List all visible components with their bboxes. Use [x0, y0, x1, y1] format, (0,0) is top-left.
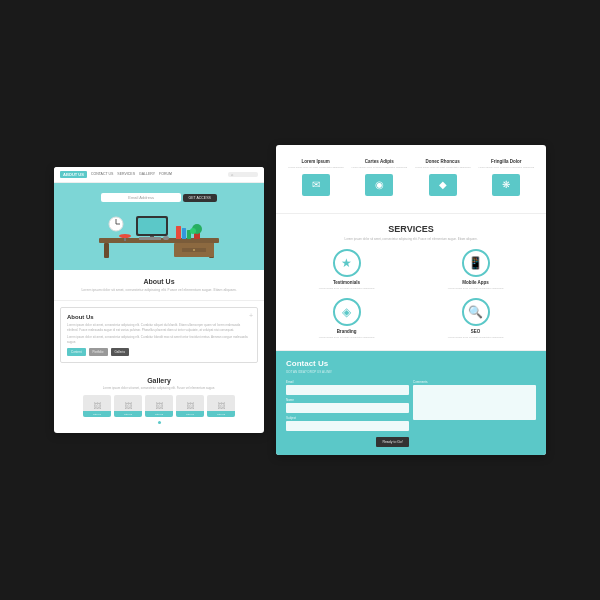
branding-icon: ◈: [342, 305, 351, 319]
nav-link-gallery[interactable]: GALLERY: [139, 172, 155, 176]
service-name-1: Mobile Apps: [415, 280, 536, 285]
service-desc-2: Lorem ipsum dolor sit amet consectetur a…: [286, 336, 407, 340]
services-subtitle: Lorem ipsum dolor sit amet, consectetur …: [286, 237, 536, 241]
name-label: Name: [286, 398, 409, 402]
gallery-item[interactable]: 🖼 Title 04: [176, 395, 204, 417]
feature-card-3: Fringilla Dolor Lorem ipsum dolor sit am…: [475, 155, 539, 203]
service-item-0: ★ Testimonials Lorem ipsum dolor sit ame…: [286, 249, 407, 291]
gallery-item[interactable]: 🖼 Title 02: [114, 395, 142, 417]
gallery-item[interactable]: 🖼 Title 03: [145, 395, 173, 417]
nav-logo: ABOUT US: [60, 171, 87, 178]
gallery-title: Gallery: [60, 377, 258, 384]
gallery-item-bar: Title 05: [207, 411, 235, 417]
mobile-apps-icon: 📱: [468, 256, 483, 270]
about-subtitle: Lorem ipsum dolor sit amet, consectetur …: [64, 288, 254, 293]
feature-icon-box-2: ◆: [429, 174, 457, 196]
service-item-3: 🔍 SEO Lorem ipsum dolor sit amet consect…: [415, 298, 536, 340]
nav-links: CONTACT US SERVICES GALLERY FORUM: [91, 172, 224, 176]
seo-icon: 🔍: [468, 305, 483, 319]
get-access-button[interactable]: GET ACCESS: [183, 194, 217, 202]
gallery-item-bar: Title 03: [145, 411, 173, 417]
gallery-item-label: Title 02: [124, 413, 132, 416]
email-input[interactable]: Email Address: [101, 193, 181, 202]
services-section: SERVICES Lorem ipsum dolor sit amet, con…: [276, 214, 546, 351]
about-box: + About Us Lorem ipsum dolor sit amet, c…: [60, 307, 258, 363]
gallery-item-icon: 🖼: [186, 402, 194, 411]
feature-card-text-0: Lorem ipsum dolor sit amet consectetur a…: [286, 166, 346, 170]
gallery-item-icon: 🖼: [124, 402, 132, 411]
svg-rect-18: [139, 237, 161, 240]
galleria-button[interactable]: Galleria: [111, 348, 129, 356]
feature-card-text-3: Lorem ipsum dolor sit amet consectetur a…: [477, 166, 537, 170]
portfolio-button[interactable]: Portfolio: [89, 348, 108, 356]
gallery-item-icon: 🖼: [217, 402, 225, 411]
feature-icon-0: ✉: [312, 179, 320, 190]
about-heading-section: About Us Lorem ipsum dolor sit amet, con…: [54, 270, 264, 302]
nav-link-forum[interactable]: FORUM: [159, 172, 172, 176]
svg-point-17: [119, 234, 131, 238]
service-circle-2: ◈: [333, 298, 361, 326]
gallery-item-bar: Title 02: [114, 411, 142, 417]
hero-section: Email Address GET ACCESS: [54, 183, 264, 270]
comments-label: Comments: [413, 380, 536, 384]
gallery-section: Gallery Lorem ipsum dolor sit amet, cons…: [54, 369, 264, 433]
contact-left-col: Email Name Subject Ready to Go!: [286, 380, 409, 447]
feature-card-text-2: Lorem ipsum dolor sit amet consectetur a…: [413, 166, 473, 170]
gallery-item[interactable]: 🖼 Title 01: [83, 395, 111, 417]
svg-point-22: [193, 249, 195, 251]
name-input-field[interactable]: [286, 403, 409, 413]
gallery-item-label: Title 04: [186, 413, 194, 416]
email-label: Email: [286, 380, 409, 384]
feature-cards: Lorem Ipsum Lorem ipsum dolor sit amet c…: [276, 145, 546, 214]
feature-icon-box-1: ◉: [365, 174, 393, 196]
service-item-1: 📱 Mobile Apps Lorem ipsum dolor sit amet…: [415, 249, 536, 291]
about-title: About Us: [64, 278, 254, 285]
navbar: ABOUT US CONTACT US SERVICES GALLERY FOR…: [54, 167, 264, 183]
about-box-text1: Lorem ipsum dolor sit amet, consectetur …: [67, 323, 251, 332]
email-input-field[interactable]: [286, 385, 409, 395]
gallery-item-bar: Title 04: [176, 411, 204, 417]
content-button[interactable]: Content: [67, 348, 86, 356]
contact-right-col: Comments: [413, 380, 536, 447]
about-box-text2: Lorem ipsum dolor sit amet, consectetur …: [67, 335, 251, 344]
svg-point-19: [163, 236, 169, 240]
comments-textarea[interactable]: [413, 385, 536, 420]
feature-icon-box-0: ✉: [302, 174, 330, 196]
feature-icon-3: ❋: [502, 179, 510, 190]
nav-link-contact[interactable]: CONTACT US: [91, 172, 113, 176]
service-circle-0: ★: [333, 249, 361, 277]
service-circle-3: 🔍: [462, 298, 490, 326]
nav-search-box[interactable]: ⌕: [228, 172, 258, 177]
svg-rect-6: [138, 218, 166, 234]
contact-subtitle: GOT AN IDEA? DROP US A LINE!: [286, 370, 536, 374]
nav-link-services[interactable]: SERVICES: [117, 172, 135, 176]
feature-icon-2: ◆: [439, 179, 447, 190]
testimonials-icon: ★: [341, 256, 352, 270]
subject-input-field[interactable]: [286, 421, 409, 431]
pagination-dot: [158, 421, 161, 424]
svg-rect-1: [104, 243, 109, 258]
service-desc-0: Lorem ipsum dolor sit amet consectetur a…: [286, 287, 407, 291]
name-field-group: Name: [286, 398, 409, 413]
submit-button[interactable]: Ready to Go!: [376, 437, 409, 447]
contact-section: Contact Us GOT AN IDEA? DROP US A LINE! …: [276, 351, 546, 455]
service-name-3: SEO: [415, 329, 536, 334]
services-grid: ★ Testimonials Lorem ipsum dolor sit ame…: [286, 249, 536, 340]
feature-card-title-1: Cartes Adipis: [350, 159, 410, 164]
service-name-0: Testimonials: [286, 280, 407, 285]
service-name-2: Branding: [286, 329, 407, 334]
service-item-2: ◈ Branding Lorem ipsum dolor sit amet co…: [286, 298, 407, 340]
gallery-grid: 🖼 Title 01 🖼 Title 02 🖼 Title 03: [60, 395, 258, 417]
svg-rect-10: [176, 226, 181, 239]
services-title: SERVICES: [286, 224, 536, 234]
gallery-subtitle: Lorem ipsum dolor sit amet, consectetur …: [60, 386, 258, 390]
search-icon: ⌕: [231, 172, 233, 177]
gallery-item[interactable]: 🖼 Title 05: [207, 395, 235, 417]
gallery-item-icon: 🖼: [155, 402, 163, 411]
left-panel: ABOUT US CONTACT US SERVICES GALLERY FOR…: [54, 167, 264, 434]
page-container: ABOUT US CONTACT US SERVICES GALLERY FOR…: [0, 0, 600, 600]
email-field-group: Email: [286, 380, 409, 395]
subject-field-group: Subject: [286, 416, 409, 431]
gallery-item-label: Title 03: [155, 413, 163, 416]
subject-label: Subject: [286, 416, 409, 420]
